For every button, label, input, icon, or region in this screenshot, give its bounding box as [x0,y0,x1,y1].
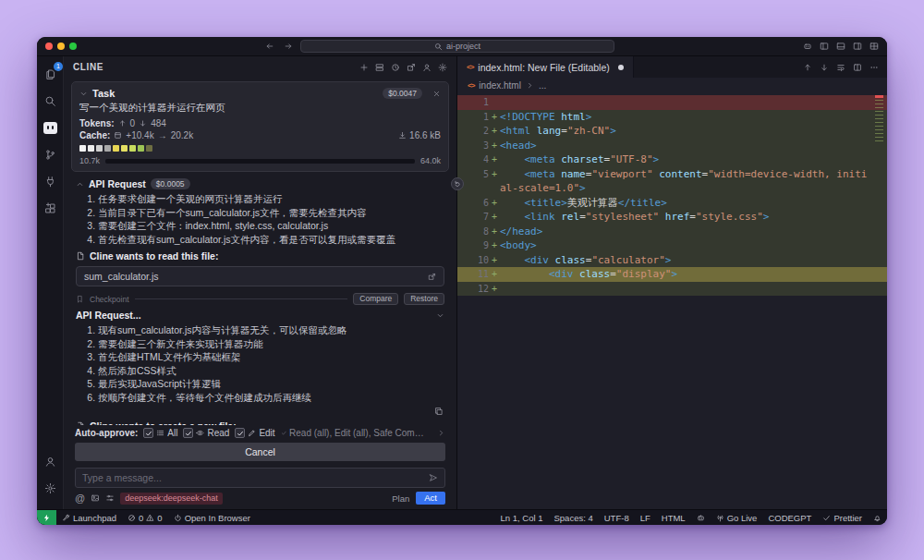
minimize-window-button[interactable] [57,43,65,50]
api-request-row[interactable]: API Request $0.0005 [76,176,444,191]
minimap[interactable] [873,95,885,509]
cancel-button[interactable]: Cancel [75,443,445,461]
status-open-in-browser[interactable]: Open In Browser [168,510,256,525]
code-editor[interactable]: 11+<!DOCTYPE html>2+<html lang="zh-CN">3… [457,93,887,509]
activity-extensions[interactable] [39,197,61,219]
status-codegpt[interactable]: CODEGPT [762,510,817,525]
activity-explorer[interactable]: 1 [39,63,61,85]
activity-source-control[interactable] [39,143,61,165]
split-editor-icon[interactable] [853,63,862,72]
notifications-bell-icon[interactable] [868,510,887,525]
auto-approve-edit[interactable]: Edit [235,428,274,438]
status-encoding[interactable]: UTF-8 [599,510,635,525]
new-task-icon[interactable] [359,63,369,72]
auto-approve-summary[interactable]: Read (all), Edit (all), Safe Commands, A… [281,428,432,438]
history-icon[interactable] [391,63,400,72]
code-line: 12+ [457,282,887,297]
copy-icon[interactable] [434,407,444,416]
status-launchpad[interactable]: Launchpad [56,510,122,525]
status-eol[interactable]: LF [635,510,656,525]
checkbox-edit[interactable] [235,428,245,438]
act-toggle[interactable]: Act [416,492,445,505]
status-cursor-position[interactable]: Ln 1, Col 1 [495,510,549,525]
analysis-item: 首先创建HTML文件作为基础框架 [98,351,444,364]
tokens-up-icon [118,119,127,128]
status-go-live[interactable]: Go Live [711,510,763,525]
code-line: 2+<html lang="zh-CN"> [457,124,887,139]
auto-approve-bar[interactable]: Auto-approve: All Read Edit [64,425,456,440]
mention-icon[interactable]: @ [75,493,85,504]
activity-cline[interactable] [39,116,61,139]
status-prettier[interactable]: Prettier [817,510,868,525]
close-task-icon[interactable] [432,90,441,98]
editor-group: <> index.html: New File (Editable) <> in… [457,56,887,509]
prev-change-icon[interactable] [803,63,812,72]
analysis-item: 需要创建三个新文件来实现计算器功能 [98,338,444,351]
tab-title: index.html: New File (Editable) [478,62,609,73]
checkpoint-restore-handle[interactable] [451,177,464,190]
status-indentation[interactable]: Spaces: 4 [549,510,599,525]
history-back-icon[interactable] [265,42,274,51]
cache-icon [114,131,122,140]
restore-button[interactable]: Restore [404,293,444,305]
breadcrumb[interactable]: <> index.html ... [457,78,887,93]
analysis-item: 然后添加CSS样式 [98,365,444,378]
code-line: 10+ <div class="calculator"> [457,253,887,268]
next-change-icon[interactable] [820,63,829,72]
toggle-secondary-sidebar-icon[interactable] [853,42,862,51]
api-cost-badge: $0.0005 [151,178,190,189]
code-line: 6+ <title>美观计算器</title> [457,196,887,211]
open-external-icon[interactable] [428,273,436,281]
settings-gear-icon[interactable] [438,63,447,72]
mcp-servers-icon[interactable] [375,63,384,72]
more-actions-icon[interactable] [869,63,879,72]
rules-icon[interactable] [105,493,115,503]
read-file-chip[interactable]: sum_calculator.js [76,266,444,286]
activity-search[interactable] [39,90,61,112]
editor-tab[interactable]: <> index.html: New File (Editable) [457,56,634,78]
send-icon[interactable] [429,473,438,482]
titlebar: ai-project [37,37,887,56]
activity-mcp[interactable] [39,170,61,192]
chevron-down-icon[interactable] [436,311,444,320]
chevron-right-icon[interactable] [437,429,445,437]
activity-settings[interactable] [39,477,61,499]
auto-approve-all[interactable]: All [143,428,177,438]
desktop: { "titlebar": { "search": "ai-project" }… [0,0,924,560]
copilot-status-icon[interactable] [691,510,711,525]
checkbox-all[interactable] [143,428,153,438]
close-window-button[interactable] [45,43,53,50]
context-block [79,145,86,152]
remote-indicator[interactable] [37,510,56,525]
collapse-task-icon[interactable] [79,90,88,98]
api-request-row-2[interactable]: API Request... [76,307,444,323]
compare-button[interactable]: Compare [353,293,398,305]
copilot-menu-icon[interactable] [803,42,812,51]
auto-approve-read[interactable]: Read [183,428,229,438]
model-selector[interactable]: deepseek:deepseek-chat [120,493,223,505]
code-line: 1 [457,95,887,110]
zoom-window-button[interactable] [69,43,77,50]
status-problems[interactable]: 0 0 [122,510,168,525]
customize-layout-icon[interactable] [869,42,879,51]
conversation-timeline[interactable]: API Request $0.0005 任务要求创建一个美观的网页计算器并运行当… [64,175,456,425]
toggle-panel-icon[interactable] [836,42,845,51]
command-center-search[interactable]: ai-project [300,40,614,53]
checkbox-read[interactable] [183,428,193,438]
account-icon[interactable] [422,63,432,72]
unsaved-dot-icon[interactable] [618,65,624,70]
message-input-box[interactable] [75,468,445,488]
status-bar: Launchpad 0 0 Open In Browser Ln 1, Col … [37,509,887,525]
activity-account[interactable] [39,450,61,472]
breadcrumb-file[interactable]: index.html [479,80,521,91]
word-wrap-icon[interactable] [836,63,845,72]
workspace-name: ai-project [446,42,480,51]
plan-toggle[interactable]: Plan [392,493,409,504]
history-forward-icon[interactable] [284,42,293,51]
image-icon[interactable] [91,493,100,503]
breadcrumb-more[interactable]: ... [539,80,546,91]
message-input[interactable] [82,472,423,483]
open-in-editor-icon[interactable] [407,63,416,72]
status-language[interactable]: HTML [656,510,691,525]
toggle-sidebar-icon[interactable] [820,42,829,51]
